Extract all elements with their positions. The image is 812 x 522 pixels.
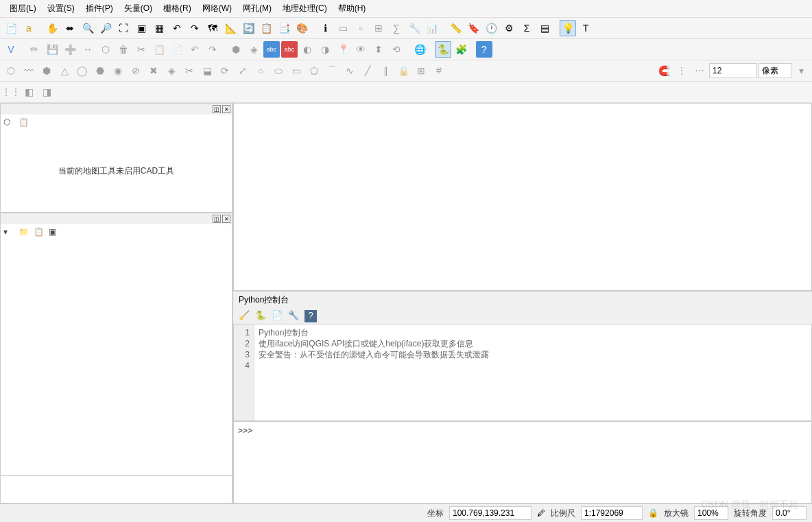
undock-icon[interactable]: ◫ (213, 215, 221, 223)
zoom-selection-icon[interactable]: ▣ (133, 20, 150, 36)
layers-toolbar: ▾ 📁 📋 ▣ (1, 224, 232, 242)
close-icon[interactable]: ✕ (222, 215, 230, 223)
parallel-icon: ∥ (377, 62, 394, 79)
line-number: 2 (234, 338, 250, 349)
left-column: ◫ ✕ ⬡ 📋 当前的地图工具未启用CAD工具 ◫ ✕ ▾ 📁 📋 ▣ (0, 103, 233, 503)
expand-icon[interactable]: ▣ (49, 227, 61, 239)
line-gutter: 1 2 3 4 (234, 324, 254, 420)
manage-icon[interactable]: 📋 (34, 227, 46, 239)
identify-icon[interactable]: ℹ (317, 20, 333, 36)
scale-label: 比例尺 (551, 508, 575, 519)
settings-icon[interactable]: 🔧 (288, 310, 300, 322)
output-line: Python控制台 (259, 327, 807, 338)
save-edits-icon: 💾 (44, 41, 60, 58)
menu-raster[interactable]: 栅格(R) (159, 1, 195, 16)
filter-icon[interactable]: ▾ (3, 227, 16, 239)
zoom-next-icon[interactable]: ↷ (187, 20, 203, 36)
new-layout-icon[interactable]: 📋 (258, 20, 274, 36)
menu-processing[interactable]: 地理处理(C) (278, 1, 331, 16)
deselect-icon[interactable]: ▫ (353, 20, 369, 36)
magnifier-input[interactable] (694, 506, 728, 520)
label-abc-icon[interactable]: abc (263, 41, 280, 58)
python-input[interactable] (255, 426, 807, 499)
fill-ring-icon: ◉ (110, 62, 126, 79)
help-icon[interactable]: ? (476, 41, 492, 58)
scale-input[interactable] (581, 506, 643, 520)
layers-tree[interactable] (1, 242, 232, 475)
help-console-icon[interactable]: ? (304, 310, 317, 322)
map-canvas[interactable] (233, 103, 812, 291)
temporal-icon[interactable]: 🕐 (483, 20, 499, 36)
zoom-in-icon[interactable]: 🔍 (80, 20, 96, 36)
tips-icon[interactable]: 💡 (560, 20, 576, 36)
tiles-icon[interactable]: ▤ (536, 20, 553, 36)
vector-layer-icon[interactable]: V (3, 41, 19, 58)
processing-toolbox-icon[interactable]: ⚙ (501, 20, 517, 36)
show-editor-icon[interactable]: 📄 (272, 310, 284, 322)
new-project-icon[interactable]: 📄 (3, 20, 19, 36)
menu-help[interactable]: 帮助(H) (334, 1, 370, 16)
coord-input[interactable] (449, 506, 532, 520)
plugins-icon[interactable]: 🧩 (453, 41, 469, 58)
offset-icon: ⬢ (38, 62, 55, 79)
zoom-layer-icon[interactable]: ▦ (151, 20, 167, 36)
menu-settings[interactable]: 设置(S) (43, 1, 79, 16)
select-icon[interactable]: ▭ (335, 20, 351, 36)
new-map-icon[interactable]: 🗺 (204, 20, 221, 36)
toolbar-small: ⋮⋮ ◧ ◨ (0, 82, 812, 103)
cad-snap-icon[interactable]: ⬡ (3, 117, 16, 130)
field-calc-icon[interactable]: ∑ (388, 20, 405, 36)
label-red-icon[interactable]: abc (281, 41, 298, 58)
refresh-icon[interactable]: 🔄 (240, 20, 256, 36)
stats-icon[interactable]: 📊 (424, 20, 440, 36)
close-icon[interactable]: ✕ (222, 105, 230, 113)
undock-icon[interactable]: ◫ (213, 105, 221, 113)
zoom-last-icon[interactable]: ↶ (169, 20, 185, 36)
tolerance-input[interactable] (709, 63, 757, 78)
zoom-full-icon[interactable]: ⛶ (115, 20, 132, 36)
add-feature-icon: ➕ (62, 41, 78, 58)
measure-icon[interactable]: 📏 (447, 20, 464, 36)
topology-icon: ▾ (793, 62, 809, 79)
magnet-icon[interactable]: 🧲 (656, 62, 672, 79)
menu-network[interactable]: 网络(W) (198, 1, 236, 16)
code-output[interactable]: Python控制台 使用iface访问QGIS API接口或键入help(ifa… (254, 324, 811, 420)
simplify-icon: △ (56, 62, 73, 79)
toolbox-icon[interactable]: 🔧 (406, 20, 422, 36)
table-icon[interactable]: ⊞ (370, 20, 387, 36)
layout-manager-icon[interactable]: 📑 (276, 20, 292, 36)
sigma-icon[interactable]: Σ (518, 20, 535, 36)
scale-icon: ⤢ (235, 62, 251, 79)
bookmark-icon[interactable]: 🔖 (465, 20, 481, 36)
menu-layer[interactable]: 图层(L) (5, 1, 40, 16)
text-annotation-icon[interactable]: T (577, 20, 594, 36)
style-icon[interactable]: a (21, 20, 37, 36)
python-icon[interactable]: 🐍 (435, 41, 451, 58)
menu-plugins[interactable]: 插件(P) (82, 1, 117, 16)
move-label-icon: ⬍ (370, 41, 387, 58)
python-console: Python控制台 🧹 🐍 📄 🔧 ? 1 2 3 4 Python控制台 使用… (233, 291, 812, 503)
rotation-input[interactable] (772, 506, 807, 520)
clear-icon[interactable]: 🧹 (239, 310, 251, 322)
menu-vector[interactable]: 矢量(O) (120, 1, 156, 16)
extents-icon[interactable]: 🖉 (537, 508, 545, 518)
lock-scale-icon[interactable]: 🔒 (648, 508, 658, 518)
web-icon[interactable]: 🌐 (411, 41, 428, 58)
pan-icon[interactable]: ✋ (44, 20, 60, 36)
rectangle-icon: ▭ (288, 62, 304, 79)
toolbar-main: 📄 a ✋ ⬌ 🔍 🔎 ⛶ ▣ ▦ ↶ ↷ 🗺 📐 🔄 📋 📑 🎨 ℹ ▭ ▫ … (0, 18, 812, 39)
run-icon[interactable]: 🐍 (255, 310, 267, 322)
add-group-icon[interactable]: 📁 (19, 227, 31, 239)
reshape-icon: ◈ (246, 41, 262, 58)
line-number: 1 (234, 327, 250, 338)
unit-combo[interactable]: 像素 (759, 63, 791, 78)
redo-icon: ↷ (204, 41, 221, 58)
cad-paste-icon[interactable]: 📋 (19, 117, 31, 130)
style-manager-icon[interactable]: 🎨 (294, 20, 310, 36)
cad-body: 当前的地图工具未启用CAD工具 (1, 132, 232, 212)
zoom-out-icon[interactable]: 🔎 (97, 20, 114, 36)
pan-selection-icon[interactable]: ⬌ (62, 20, 78, 36)
node-tool-icon: ⬡ (97, 41, 114, 58)
new-3d-icon[interactable]: 📐 (222, 20, 239, 36)
menu-mesh[interactable]: 网孔(M) (239, 1, 276, 16)
